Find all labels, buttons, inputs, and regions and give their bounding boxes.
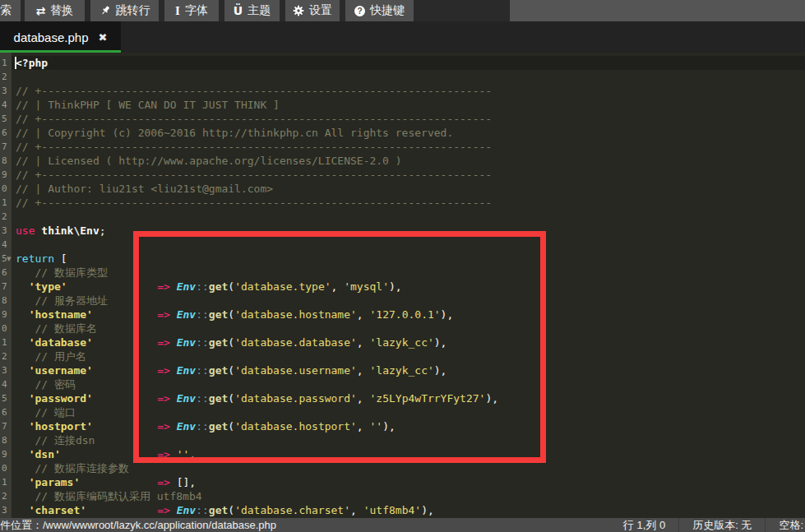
line-number: 9 <box>0 308 12 322</box>
toolbar: 索 ⇄ 替换 跳转行 I 字体 Ü 主题 <box>0 0 805 21</box>
code-line[interactable]: 4 // 密码 <box>0 377 805 391</box>
editor[interactable]: 1<?php23// +----------------------------… <box>0 53 805 518</box>
code-line-text: 'charset' => Env::get('database.charset'… <box>12 503 805 517</box>
code-line[interactable]: 5 'password' => Env::get('database.passw… <box>0 391 805 405</box>
code-line[interactable]: 1 'params' => [], <box>0 475 805 489</box>
code-line[interactable]: 3 'username' => Env::get('database.usern… <box>0 363 805 377</box>
status-bar: 件位置：/www/wwwroot/lazyk.cc/application/da… <box>0 518 805 532</box>
code-line[interactable]: 1// +-----------------------------------… <box>0 196 805 210</box>
toolbar-button-label: 跳转行 <box>116 3 150 18</box>
close-icon[interactable]: ✖ <box>99 31 108 44</box>
code-line[interactable]: 6// | Copyright (c) 2006~2016 http://thi… <box>0 126 805 140</box>
line-number: 1 <box>0 196 12 210</box>
code-line-text: // 数据库编码默认采用 utf8mb4 <box>12 489 805 503</box>
status-right-group: 行 1,列 0 历史版本: 无 空格: <box>610 518 805 532</box>
line-number: 3 <box>0 363 12 377</box>
line-number: 2 <box>0 70 12 84</box>
fold-chevron-icon[interactable]: ▾ <box>7 252 12 266</box>
code-line-text: // | Author: liu21st <liu21st@gmail.com> <box>12 182 805 196</box>
code-line-text: // +------------------------------------… <box>12 196 805 210</box>
code-line[interactable]: 9 'dsn' => '', <box>0 447 805 461</box>
code-line-text: // 密码 <box>12 377 805 391</box>
code-area[interactable]: 1<?php23// +----------------------------… <box>0 56 805 517</box>
line-number: 6 <box>0 266 12 280</box>
line-number: 7 <box>0 419 12 433</box>
code-line[interactable]: 5// +-----------------------------------… <box>0 112 805 126</box>
toolbar-button-font[interactable]: I 字体 <box>164 0 219 21</box>
line-number: 8 <box>0 433 12 447</box>
code-line-text: // +------------------------------------… <box>12 140 805 154</box>
code-line-text: // | Copyright (c) 2006~2016 http://thin… <box>12 126 805 140</box>
code-line-text: // | ThinkPHP [ WE CAN DO IT JUST THINK … <box>12 98 805 112</box>
line-number: 1 <box>0 335 12 349</box>
code-line[interactable]: 7// +-----------------------------------… <box>0 140 805 154</box>
code-line[interactable]: 0 // 数据库连接参数 <box>0 461 805 475</box>
code-line[interactable]: 2 // 数据库编码默认采用 utf8mb4 <box>0 489 805 503</box>
toolbar-button-goto-line[interactable]: 跳转行 <box>90 0 159 21</box>
code-line[interactable]: 8 // 连接dsn <box>0 433 805 447</box>
toolbar-button-shortcuts[interactable]: ? 快捷键 <box>345 0 414 21</box>
code-line[interactable]: 2 <box>0 70 805 84</box>
code-line[interactable]: 0// | Author: liu21st <liu21st@gmail.com… <box>0 182 805 196</box>
toolbar-button-replace[interactable]: ⇄ 替换 <box>25 0 85 21</box>
code-line-text: 'hostport' => Env::get('database.hostpor… <box>12 419 805 433</box>
code-line[interactable]: 1<?php <box>0 56 805 70</box>
line-number: 3 <box>0 84 12 98</box>
code-line[interactable]: 2 <box>0 210 805 224</box>
code-line[interactable]: 9// +-----------------------------------… <box>0 168 805 182</box>
pushpin-icon <box>99 5 111 16</box>
line-number: 5 <box>0 112 12 126</box>
line-number: 2 <box>0 349 12 363</box>
code-line-text: // | Licensed ( http://www.apache.org/li… <box>12 154 805 168</box>
code-line-text: // 用户名 <box>12 349 805 363</box>
line-number: 4 <box>0 238 12 252</box>
code-line-text: <?php <box>12 56 805 70</box>
file-path: 件位置：/www/wwwroot/lazyk.cc/application/da… <box>0 518 276 532</box>
line-number: 0 <box>0 461 12 475</box>
line-number: 2 <box>0 210 12 224</box>
code-line[interactable]: 6 // 数据库类型 <box>0 266 805 280</box>
toolbar-button-theme[interactable]: Ü 主题 <box>224 0 280 21</box>
code-line[interactable]: 9 'hostname' => Env::get('database.hostn… <box>0 308 805 322</box>
line-number: 4 <box>0 98 12 112</box>
code-line[interactable]: 0 // 数据库名 <box>0 322 805 335</box>
code-line[interactable]: 8// | Licensed ( http://www.apache.org/l… <box>0 154 805 168</box>
code-line-text: // 端口 <box>12 405 805 419</box>
code-line[interactable]: 4// | ThinkPHP [ WE CAN DO IT JUST THINK… <box>0 98 805 112</box>
line-number: 4 <box>0 377 12 391</box>
line-number: 1 <box>0 475 12 489</box>
code-line[interactable]: 3 'charset' => Env::get('database.charse… <box>0 503 805 517</box>
tab-bar: database.php ✖ <box>0 21 805 53</box>
code-line-text <box>12 70 805 84</box>
code-line[interactable]: 7 'type' => Env::get('database.type', 'm… <box>0 280 805 294</box>
line-number: 7 <box>0 280 12 294</box>
code-line[interactable]: 3// +-----------------------------------… <box>0 84 805 98</box>
code-line-text: use think\Env; <box>12 224 805 238</box>
code-line[interactable]: 4 <box>0 238 805 252</box>
line-number: 6 <box>0 405 12 419</box>
text-cursor <box>15 57 16 69</box>
line-number: 1 <box>0 56 12 70</box>
toolbar-button-search[interactable]: 索 <box>0 0 21 21</box>
code-line-text: // 服务器地址 <box>12 294 805 308</box>
code-line[interactable]: 7 'hostport' => Env::get('database.hostp… <box>0 419 805 433</box>
code-line[interactable]: 6 // 端口 <box>0 405 805 419</box>
code-line-text: 'database' => Env::get('database.databas… <box>12 335 805 349</box>
code-line[interactable]: 3use think\Env; <box>0 224 805 238</box>
line-number: 3 <box>0 224 12 238</box>
line-number: 6 <box>0 126 12 140</box>
code-line-text: 'params' => [], <box>12 475 805 489</box>
toolbar-button-label: 快捷键 <box>370 3 405 18</box>
code-line-text: // +------------------------------------… <box>12 168 805 182</box>
line-number: 3 <box>0 503 12 517</box>
toolbar-button-settings[interactable]: 设置 <box>285 0 340 21</box>
line-number: 0 <box>0 182 12 196</box>
code-line[interactable]: 2 // 用户名 <box>0 349 805 363</box>
code-line-text: 'type' => Env::get('database.type', 'mys… <box>12 280 805 294</box>
tab-database-php[interactable]: database.php ✖ <box>0 21 121 53</box>
code-line[interactable]: 5return [ <box>0 252 805 266</box>
code-line[interactable]: 8 // 服务器地址 <box>0 294 805 308</box>
code-line[interactable]: 1 'database' => Env::get('database.datab… <box>0 335 805 349</box>
code-line-text <box>12 210 805 224</box>
history-version: 历史版本: 无 <box>679 518 765 532</box>
